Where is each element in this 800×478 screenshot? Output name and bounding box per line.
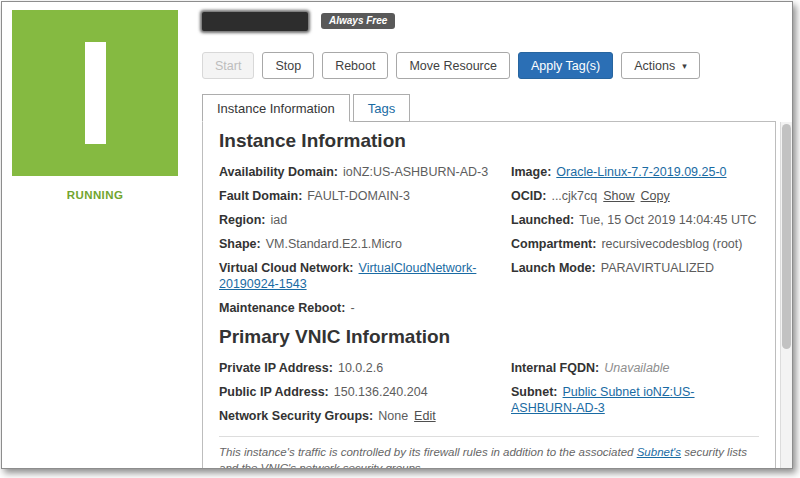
tab-tags[interactable]: Tags	[353, 94, 410, 122]
image-link[interactable]: Oracle-Linux-7.7-2019.09.25-0	[556, 165, 726, 179]
field-shape: Shape:VM.Standard.E2.1.Micro	[219, 236, 501, 252]
field-subnet: Subnet:Public Subnet ioNZ:US-ASHBURN-AD-…	[511, 384, 759, 416]
instance-icon	[12, 10, 178, 176]
field-network-security-groups: Network Security Groups:NoneEdit	[219, 408, 501, 424]
field-compartment: Compartment:recursivecodesblog (root)	[511, 236, 759, 252]
status-badge: RUNNING	[12, 189, 178, 201]
ocid-copy-link[interactable]: Copy	[641, 189, 670, 203]
nsg-edit-link[interactable]: Edit	[414, 409, 436, 423]
instance-status-rail: RUNNING	[2, 2, 202, 468]
vertical-scrollbar[interactable]	[780, 122, 792, 468]
actions-menu-button[interactable]: Actions ▾	[621, 52, 700, 79]
field-virtual-cloud-network: Virtual Cloud Network:VirtualCloudNetwor…	[219, 260, 501, 292]
tab-instance-information[interactable]: Instance Information	[202, 94, 350, 122]
actions-menu-label: Actions	[634, 59, 675, 73]
firewall-footnote: This instance's traffic is controlled by…	[219, 436, 759, 469]
field-launched: Launched:Tue, 15 Oct 2019 14:04:45 UTC	[511, 212, 759, 228]
field-fault-domain: Fault Domain:FAULT-DOMAIN-3	[219, 188, 501, 204]
redacted-instance-name	[202, 12, 308, 31]
apply-tags-button[interactable]: Apply Tag(s)	[518, 52, 613, 79]
field-private-ip: Private IP Address:10.0.2.6	[219, 360, 501, 376]
tab-bar: Instance Information Tags	[202, 94, 776, 122]
section-title-primary-vnic: Primary VNIC Information	[219, 326, 759, 348]
field-availability-domain: Availability Domain:ioNZ:US-ASHBURN-AD-3	[219, 164, 501, 180]
footnote-subnet-link[interactable]: Subnet's	[637, 446, 681, 458]
section-title-instance-information: Instance Information	[219, 130, 759, 152]
field-image: Image:Oracle-Linux-7.7-2019.09.25-0	[511, 164, 759, 180]
scrollbar-thumb[interactable]	[782, 124, 791, 349]
chevron-down-icon: ▾	[682, 61, 687, 71]
field-public-ip: Public IP Address:150.136.240.204	[219, 384, 501, 400]
oci-instance-details-window: RUNNING Always Free Start Stop Reboot Mo…	[1, 1, 793, 469]
stop-button[interactable]: Stop	[262, 52, 314, 79]
always-free-badge: Always Free	[321, 13, 395, 29]
field-launch-mode: Launch Mode:PARAVIRTUALIZED	[511, 260, 759, 276]
instance-title-row: Always Free	[202, 10, 776, 32]
action-toolbar: Start Stop Reboot Move Resource Apply Ta…	[202, 52, 776, 79]
field-maintenance-reboot: Maintenance Reboot:-	[219, 300, 501, 316]
field-internal-fqdn: Internal FQDN:Unavailable	[511, 360, 759, 376]
start-button[interactable]: Start	[202, 52, 254, 79]
instance-glyph-icon	[85, 42, 106, 144]
reboot-button[interactable]: Reboot	[322, 52, 388, 79]
ocid-show-link[interactable]: Show	[603, 189, 634, 203]
instance-information-panel: Instance Information Availability Domain…	[202, 121, 776, 469]
move-resource-button[interactable]: Move Resource	[396, 52, 510, 79]
field-region: Region:iad	[219, 212, 501, 228]
field-ocid: OCID:...cjk7cqShowCopy	[511, 188, 759, 204]
